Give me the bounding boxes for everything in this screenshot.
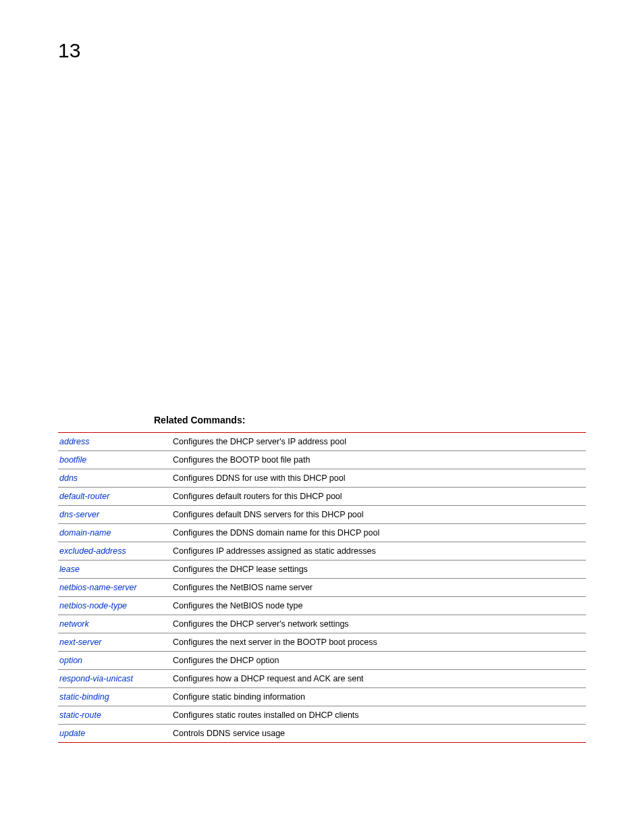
- table-row: netbios-name-serverConfigures the NetBIO…: [58, 579, 586, 597]
- command-cell: option: [58, 652, 173, 670]
- table-row: next-serverConfigures the next server in…: [58, 633, 586, 652]
- command-cell: dns-server: [58, 506, 173, 524]
- description-cell: Configures static routes installed on DH…: [173, 706, 586, 725]
- table-row: optionConfigures the DHCP option: [58, 652, 586, 670]
- table-row: static-routeConfigures static routes ins…: [58, 706, 586, 725]
- description-cell: Configures how a DHCP request and ACK ar…: [173, 670, 586, 688]
- command-link[interactable]: option: [59, 656, 82, 665]
- table-row: updateControls DDNS service usage: [58, 725, 586, 743]
- command-link[interactable]: bootfile: [59, 455, 86, 465]
- command-link[interactable]: update: [59, 729, 85, 738]
- command-cell: netbios-name-server: [58, 579, 173, 597]
- section-title: Related Commands:: [154, 415, 586, 425]
- description-cell: Controls DDNS service usage: [173, 725, 586, 743]
- command-cell: next-server: [58, 633, 173, 652]
- description-cell: Configures DDNS for use with this DHCP p…: [173, 469, 586, 488]
- command-cell: lease: [58, 561, 173, 579]
- command-cell: excluded-address: [58, 542, 173, 561]
- command-cell: domain-name: [58, 524, 173, 542]
- command-link[interactable]: default-router: [59, 492, 109, 501]
- description-cell: Configures the NetBIOS name server: [173, 579, 586, 597]
- table-row: respond-via-unicastConfigures how a DHCP…: [58, 670, 586, 688]
- command-link[interactable]: address: [59, 437, 89, 446]
- command-link[interactable]: netbios-node-type: [59, 601, 127, 610]
- command-cell: bootfile: [58, 451, 173, 469]
- command-link[interactable]: static-binding: [59, 692, 109, 702]
- table-row: static-bindingConfigure static binding i…: [58, 688, 586, 706]
- command-link[interactable]: domain-name: [59, 528, 111, 538]
- command-link[interactable]: netbios-name-server: [59, 583, 137, 592]
- description-cell: Configures default routers for this DHCP…: [173, 488, 586, 506]
- command-link[interactable]: lease: [59, 565, 80, 574]
- description-cell: Configures IP addresses assigned as stat…: [173, 542, 586, 561]
- description-cell: Configures default DNS servers for this …: [173, 506, 586, 524]
- description-cell: Configures the DHCP option: [173, 652, 586, 670]
- table-row: ddnsConfigures DDNS for use with this DH…: [58, 469, 586, 488]
- description-cell: Configures the BOOTP boot file path: [173, 451, 586, 469]
- table-row: domain-nameConfigures the DDNS domain na…: [58, 524, 586, 542]
- table-row: networkConfigures the DHCP server's netw…: [58, 615, 586, 633]
- command-link[interactable]: static-route: [59, 710, 101, 720]
- command-cell: default-router: [58, 488, 173, 506]
- command-link[interactable]: dns-server: [59, 510, 99, 519]
- page-number: 13: [58, 39, 80, 62]
- description-cell: Configure static binding information: [173, 688, 586, 706]
- command-cell: netbios-node-type: [58, 597, 173, 615]
- related-commands-table: addressConfigures the DHCP server's IP a…: [58, 432, 586, 743]
- description-cell: Configures the next server in the BOOTP …: [173, 633, 586, 652]
- table-row: dns-serverConfigures default DNS servers…: [58, 506, 586, 524]
- description-cell: Configures the DHCP server's network set…: [173, 615, 586, 633]
- description-cell: Configures the DHCP server's IP address …: [173, 433, 586, 451]
- command-link[interactable]: ddns: [59, 473, 78, 483]
- table-row: addressConfigures the DHCP server's IP a…: [58, 433, 586, 451]
- command-link[interactable]: network: [59, 619, 89, 629]
- command-cell: network: [58, 615, 173, 633]
- table-row: default-routerConfigures default routers…: [58, 488, 586, 506]
- table-row: netbios-node-typeConfigures the NetBIOS …: [58, 597, 586, 615]
- table-row: bootfileConfigures the BOOTP boot file p…: [58, 451, 586, 469]
- command-cell: respond-via-unicast: [58, 670, 173, 688]
- description-cell: Configures the DHCP lease settings: [173, 561, 586, 579]
- command-link[interactable]: respond-via-unicast: [59, 674, 133, 683]
- command-cell: static-binding: [58, 688, 173, 706]
- command-cell: address: [58, 433, 173, 451]
- table-row: excluded-addressConfigures IP addresses …: [58, 542, 586, 561]
- command-link[interactable]: excluded-address: [59, 546, 126, 556]
- command-cell: update: [58, 725, 173, 743]
- table-row: leaseConfigures the DHCP lease settings: [58, 561, 586, 579]
- command-cell: static-route: [58, 706, 173, 725]
- main-content: Related Commands: addressConfigures the …: [58, 415, 586, 743]
- command-cell: ddns: [58, 469, 173, 488]
- command-link[interactable]: next-server: [59, 637, 102, 647]
- description-cell: Configures the NetBIOS node type: [173, 597, 586, 615]
- description-cell: Configures the DDNS domain name for this…: [173, 524, 586, 542]
